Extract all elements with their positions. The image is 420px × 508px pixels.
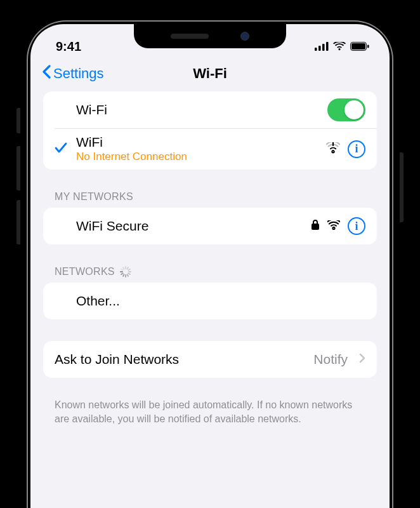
current-network-status: No Internet Connection [76,150,326,163]
other-network-row[interactable]: Other... [43,283,377,319]
wifi-toggle-label: Wi-Fi [76,102,327,117]
svg-rect-3 [326,42,329,51]
svg-rect-6 [367,44,369,48]
ask-to-join-row[interactable]: Ask to Join Networks Notify [43,341,377,378]
network-name: WiFi Secure [76,218,311,234]
chevron-left-icon [42,65,51,83]
svg-rect-5 [351,43,365,50]
network-row[interactable]: WiFi Secure i [43,208,377,244]
my-networks-header: My Networks [43,191,377,208]
footer-text: Known networks will be joined automatica… [43,392,377,425]
info-button[interactable]: i [348,140,365,158]
wifi-warning-icon [326,142,340,156]
svg-rect-1 [318,46,321,51]
wifi-icon [333,39,346,54]
lock-icon [311,219,320,233]
status-time: 9:41 [56,39,81,54]
ask-to-join-value: Notify [313,352,348,367]
back-button[interactable]: Settings [42,65,104,83]
current-network-row[interactable]: WiFi No Internet Connection i [43,128,377,170]
checkmark-icon [55,142,67,156]
info-button[interactable]: i [348,217,365,235]
svg-rect-7 [312,224,319,230]
wifi-toggle-row: Wi-Fi [43,91,377,128]
wifi-toggle[interactable] [327,98,365,121]
current-network-name: WiFi [76,135,326,150]
chevron-right-icon [359,353,365,366]
page-title: Wi-Fi [193,65,227,82]
svg-rect-0 [315,48,317,51]
networks-header: Networks [43,266,377,283]
spinner-icon [120,266,131,277]
svg-rect-2 [322,44,325,51]
ask-to-join-label: Ask to Join Networks [55,352,313,367]
back-label: Settings [53,65,104,82]
nav-bar: Settings Wi-Fi [30,60,390,91]
battery-icon [350,39,369,54]
cellular-icon [315,39,329,54]
wifi-signal-icon [327,220,340,232]
other-label: Other... [76,293,365,309]
